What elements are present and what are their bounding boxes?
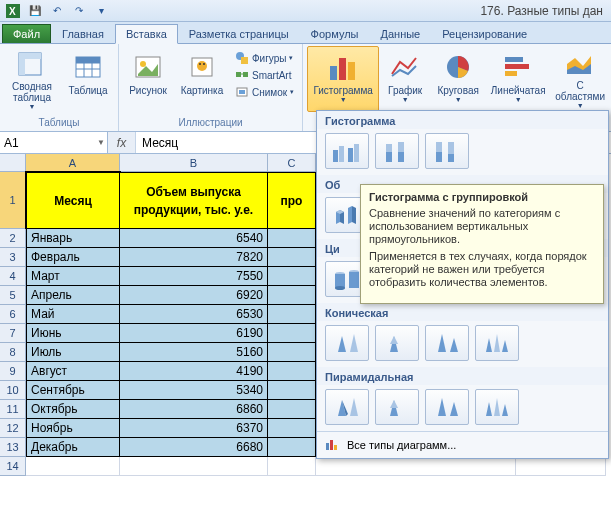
shapes-button[interactable]: Фигуры ▾ [231,50,298,66]
bar-chart-button[interactable]: Линейчатая ▼ [487,46,549,112]
cell-month[interactable]: Октябрь [26,400,120,419]
chart-type-pyramid-4[interactable] [475,389,519,425]
cell-b14[interactable] [120,457,268,476]
cell-month[interactable]: Март [26,267,120,286]
row-header[interactable]: 9 [0,362,26,381]
row-header[interactable]: 7 [0,324,26,343]
row-header[interactable]: 11 [0,400,26,419]
chart-type-clustered-column[interactable] [325,133,369,169]
cell-extra[interactable] [268,267,316,286]
row-header[interactable]: 10 [0,381,26,400]
cell-volume[interactable]: 6680 [120,438,268,457]
cell-c14[interactable] [268,457,316,476]
cell-extra[interactable] [268,229,316,248]
name-box[interactable]: A1▼ [0,132,108,153]
select-all-corner[interactable] [0,154,26,172]
tab-review[interactable]: Рецензирование [431,24,538,43]
cell-extra[interactable] [268,343,316,362]
pie-chart-button[interactable]: Круговая ▼ [431,46,485,112]
cell-extra[interactable] [268,286,316,305]
excel-icon[interactable]: X [4,2,22,20]
cell-extra[interactable] [268,419,316,438]
table-button[interactable]: Таблица [62,46,114,112]
smartart-button[interactable]: SmartArt [231,67,298,83]
histogram-button[interactable]: Гистограмма ▼ [307,46,379,112]
picture-button[interactable]: Рисунок [123,46,173,112]
qat-dropdown-icon[interactable]: ▾ [92,2,110,20]
chart-type-100-stacked-column[interactable] [425,133,469,169]
cell-month[interactable]: Май [26,305,120,324]
cell-volume[interactable]: 5160 [120,343,268,362]
line-chart-button[interactable]: График ▼ [381,46,429,112]
chart-type-pyramid-1[interactable] [325,389,369,425]
cell-month[interactable]: Сентябрь [26,381,120,400]
cell-extra[interactable] [268,362,316,381]
cell-volume[interactable]: 7550 [120,267,268,286]
tab-data[interactable]: Данные [369,24,431,43]
row-header[interactable]: 12 [0,419,26,438]
row-header[interactable]: 8 [0,343,26,362]
save-icon[interactable]: 💾 [26,2,44,20]
clipart-button[interactable]: Картинка [175,46,229,112]
row-header[interactable]: 4 [0,267,26,286]
cell-month[interactable]: Июль [26,343,120,362]
pivot-table-button[interactable]: Сводная таблица ▼ [4,46,60,112]
cell-extra[interactable] [268,400,316,419]
cell-volume[interactable]: 6370 [120,419,268,438]
col-header-b[interactable]: B [120,154,268,172]
chart-type-cone-1[interactable] [325,325,369,361]
cell-volume[interactable]: 6190 [120,324,268,343]
chart-type-stacked-column[interactable] [375,133,419,169]
chart-type-cone-2[interactable] [375,325,419,361]
col-header-a[interactable]: A [26,154,120,172]
cell-month[interactable]: Февраль [26,248,120,267]
cell-a1[interactable]: Месяц [26,172,120,229]
chart-type-pyramid-3[interactable] [425,389,469,425]
tab-page-layout[interactable]: Разметка страницы [178,24,300,43]
redo-icon[interactable]: ↷ [70,2,88,20]
tab-formulas[interactable]: Формулы [300,24,370,43]
col-header-c[interactable]: C [268,154,316,172]
cell-d14[interactable] [316,457,516,476]
cell-month[interactable]: Апрель [26,286,120,305]
cell-month[interactable]: Август [26,362,120,381]
chart-type-cone-4[interactable] [475,325,519,361]
row-header[interactable]: 6 [0,305,26,324]
cell-month[interactable]: Ноябрь [26,419,120,438]
cell-volume[interactable]: 6540 [120,229,268,248]
row-header[interactable]: 5 [0,286,26,305]
cell-c1[interactable]: про [268,172,316,229]
cell-volume[interactable]: 5340 [120,381,268,400]
chart-type-pyramid-2[interactable] [375,389,419,425]
all-chart-types-button[interactable]: Все типы диаграмм... [317,431,608,458]
cell-volume[interactable]: 4190 [120,362,268,381]
cell-extra[interactable] [268,438,316,457]
tab-file[interactable]: Файл [2,24,51,43]
cell-month[interactable]: Декабрь [26,438,120,457]
row-header-14[interactable]: 14 [0,457,26,476]
cell-volume[interactable]: 6860 [120,400,268,419]
cell-volume[interactable]: 6920 [120,286,268,305]
cell-month[interactable]: Январь [26,229,120,248]
cell-volume[interactable]: 6530 [120,305,268,324]
screenshot-button[interactable]: Снимок ▾ [231,84,298,100]
cell-a14[interactable] [26,457,120,476]
area-chart-button[interactable]: С областями ▼ [551,46,609,112]
cell-e14[interactable] [516,457,606,476]
cell-extra[interactable] [268,324,316,343]
cell-volume[interactable]: 7820 [120,248,268,267]
chart-type-cone-3[interactable] [425,325,469,361]
tab-insert[interactable]: Вставка [115,24,178,44]
cell-extra[interactable] [268,248,316,267]
row-header[interactable]: 13 [0,438,26,457]
cell-extra[interactable] [268,305,316,324]
cell-month[interactable]: Июнь [26,324,120,343]
row-header[interactable]: 2 [0,229,26,248]
fx-button[interactable]: fx [108,132,136,153]
cell-b1[interactable]: Объем выпуска продукции, тыс. у.е. [120,172,268,229]
row-header[interactable]: 3 [0,248,26,267]
cell-extra[interactable] [268,381,316,400]
row-header-1[interactable]: 1 [0,172,26,229]
tab-home[interactable]: Главная [51,24,115,43]
undo-icon[interactable]: ↶ [48,2,66,20]
